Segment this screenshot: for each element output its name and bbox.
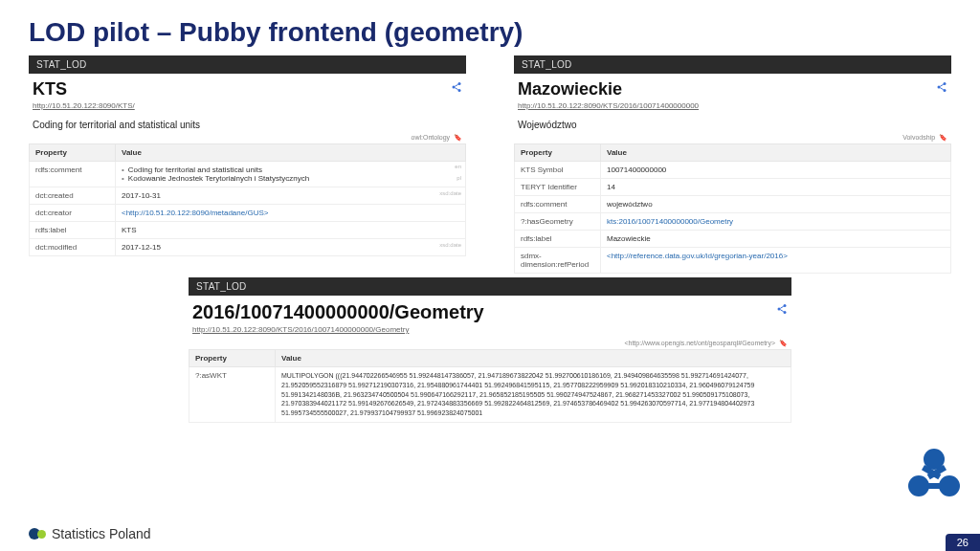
brand-text: Statistics Poland — [52, 526, 151, 541]
col-value: Value — [276, 350, 791, 367]
panel-kts: STAT_LOD KTS http://10.51.20.122:8090/KT… — [29, 55, 466, 274]
resource-subtitle: Województwo — [514, 114, 951, 132]
table-row: ?:asWKT MULTIPOLYGON (((21.9447022665469… — [189, 367, 791, 423]
resource-url[interactable]: http://10.51.20.122:8090/KTS/2016/100714… — [514, 101, 951, 114]
table-row: rdfs:label KTS — [30, 222, 466, 239]
app-bar: STAT_LOD — [189, 277, 791, 296]
app-bar: STAT_LOD — [29, 55, 466, 74]
slide-title: LOD pilot – Pubby frontend (geometry) — [0, 0, 980, 55]
table-row: dct:created 2017-10-31xsd:date — [30, 187, 466, 205]
share-icon[interactable] — [451, 79, 462, 97]
resource-url[interactable]: http://10.51.20.122:8090/KTS/2016/100714… — [189, 325, 791, 338]
refperiod-link: <http://reference.data.gov.uk/id/gregori… — [607, 252, 788, 260]
table-row: rdfs:comment •Coding for territorial and… — [30, 162, 466, 187]
col-property: Property — [189, 350, 276, 367]
table-row: sdmx-dimension:refPeriod<http://referenc… — [515, 248, 951, 274]
property-table: Property Value rdfs:comment •Coding for … — [29, 143, 466, 256]
col-property: Property — [515, 144, 601, 162]
table-row: KTS Symbol10071400000000 — [515, 162, 951, 179]
resource-title: Mazowieckie — [518, 79, 622, 99]
resource-url[interactable]: http://10.51.20.122:8090/KTS/ — [29, 101, 466, 114]
creator-link: <http://10.51.20.122:8090/metadane/GUS> — [122, 209, 268, 217]
svg-point-3 — [944, 82, 947, 85]
table-row: TERYT Identifier14 — [515, 179, 951, 196]
svg-point-0 — [458, 82, 461, 85]
type-tag: owl:Ontology — [412, 134, 450, 141]
geometry-link: kts:2016/10071400000000/Geometry — [607, 217, 733, 226]
table-row: dct:creator <http://10.51.20.122:8090/me… — [30, 205, 466, 222]
property-table: Property Value ?:asWKT MULTIPOLYGON (((2… — [189, 349, 791, 423]
resource-title: 2016/10071400000000/Geometry — [192, 301, 484, 323]
col-value: Value — [116, 144, 466, 162]
table-row: rdfs:labelMazowieckie — [515, 231, 951, 248]
panel-mazowieckie: STAT_LOD Mazowieckie http://10.51.20.122… — [514, 55, 951, 274]
col-value: Value — [601, 144, 951, 162]
type-tag: <http://www.opengis.net/ont/geosparql#Ge… — [624, 340, 775, 346]
resource-title: KTS — [33, 79, 67, 99]
share-icon[interactable] — [776, 301, 788, 319]
svg-point-6 — [784, 304, 787, 307]
resource-subtitle: Coding for territorial and statistical u… — [29, 114, 466, 132]
svg-point-2 — [458, 89, 461, 92]
page-number: 26 — [946, 534, 980, 551]
svg-point-7 — [778, 308, 781, 311]
table-row: rdfs:commentwojewództwo — [515, 196, 951, 213]
panel-geometry: STAT_LOD 2016/10071400000000/Geometry ht… — [189, 277, 791, 423]
svg-point-4 — [938, 86, 941, 89]
tag-icon: 🔖 — [939, 134, 947, 141]
table-row: dct:modified 2017-12-15xsd:date — [30, 239, 466, 256]
svg-rect-14 — [924, 483, 944, 489]
svg-point-5 — [944, 89, 947, 92]
tag-icon: 🔖 — [779, 340, 788, 346]
type-tag: Voivodship — [902, 134, 935, 141]
rdf-graph-icon — [905, 446, 963, 503]
logo-dot-icon — [37, 530, 46, 539]
property-table: Property Value KTS Symbol10071400000000 … — [514, 143, 951, 274]
col-property: Property — [30, 144, 116, 162]
footer-brand: Statistics Poland — [29, 526, 151, 541]
app-bar: STAT_LOD — [514, 55, 951, 74]
tag-icon: 🔖 — [454, 134, 462, 141]
share-icon[interactable] — [936, 79, 947, 97]
svg-point-8 — [784, 311, 787, 314]
table-row: ?:hasGeometrykts:2016/10071400000000/Geo… — [515, 213, 951, 231]
svg-point-1 — [453, 86, 456, 89]
